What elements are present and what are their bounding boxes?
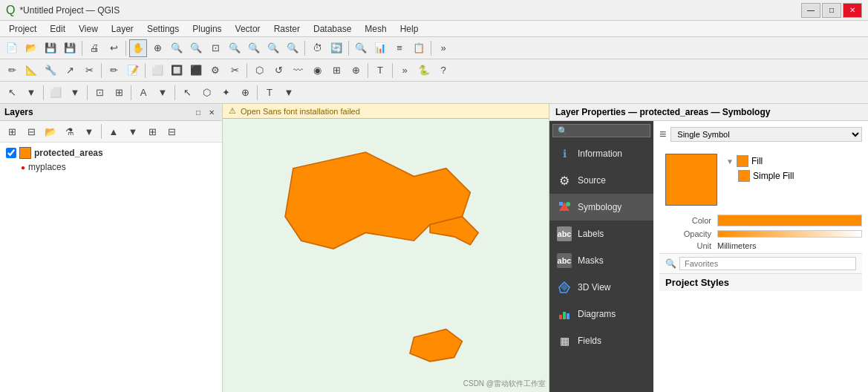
close-button[interactable]: ✕ — [843, 3, 862, 18]
menu-item-source[interactable]: ⚙ Source — [549, 167, 653, 194]
down-button[interactable]: ▼ — [124, 122, 142, 140]
more-button[interactable]: » — [434, 39, 452, 57]
menu-item-symbology[interactable]: Symbology — [549, 194, 653, 220]
menu-item-diagrams[interactable]: Diagrams — [549, 301, 653, 327]
label-btn2[interactable]: ▼ — [154, 84, 172, 102]
more2-button[interactable]: » — [396, 62, 414, 79]
menu-plugins[interactable]: Plugins — [186, 22, 227, 36]
filter-button[interactable]: ⚗ — [61, 122, 79, 140]
refresh-button[interactable]: 🔄 — [327, 39, 345, 57]
layer-item-myplaces[interactable]: ● myplaces — [18, 160, 219, 174]
pan-map-button[interactable]: ⊕ — [149, 39, 166, 57]
feature-button[interactable]: ⬜ — [47, 84, 65, 102]
menu-item-fields[interactable]: ▦ Fields — [549, 327, 653, 354]
attr-table-button[interactable]: ≡ — [391, 39, 408, 57]
menu-vector[interactable]: Vector — [229, 22, 267, 36]
layer-item-protected[interactable]: protected_areas — [3, 146, 219, 160]
save-button[interactable]: 💾 — [42, 39, 59, 57]
tools-button[interactable]: 📋 — [410, 39, 428, 57]
maximize-button[interactable]: □ — [822, 3, 841, 18]
menu-view[interactable]: View — [73, 22, 104, 36]
menu-item-information[interactable]: ℹ Information — [549, 140, 653, 167]
python-button[interactable]: 🐍 — [415, 62, 433, 79]
rotate-button[interactable]: ↺ — [270, 62, 287, 79]
zoom-last-button[interactable]: 🔍 — [264, 39, 282, 57]
opacity-slider[interactable] — [717, 230, 862, 238]
symbol-swatch[interactable] — [665, 154, 717, 206]
stats-button[interactable]: 📊 — [371, 39, 389, 57]
menu-item-masks[interactable]: abc Masks — [549, 247, 653, 274]
menu-raster[interactable]: Raster — [268, 22, 306, 36]
text2-button[interactable]: ▼ — [280, 84, 298, 102]
edit7-button[interactable]: 📝 — [124, 62, 142, 79]
edit6-button[interactable]: ✏ — [105, 62, 123, 79]
edit2-button[interactable]: 📐 — [22, 62, 40, 79]
zoom-next-button[interactable]: 🔍 — [284, 39, 301, 57]
node-button[interactable]: ⬡ — [250, 62, 268, 79]
menu-help[interactable]: Help — [394, 22, 425, 36]
label2-button[interactable]: A — [134, 84, 152, 102]
collapse-button[interactable]: ⊟ — [163, 122, 180, 140]
add-part-button[interactable]: ⊞ — [327, 62, 345, 79]
edit11-button[interactable]: ⚙ — [206, 62, 224, 79]
layers-collapse-button[interactable]: □ — [192, 106, 204, 118]
color-value-bar[interactable] — [717, 215, 862, 226]
remove-layer-button[interactable]: ⊟ — [22, 122, 40, 140]
symbol-type-select[interactable]: Single Symbol — [670, 127, 862, 142]
edit3-button[interactable]: 🔧 — [42, 62, 59, 79]
menu-settings[interactable]: Settings — [141, 22, 185, 36]
fill-ring-button[interactable]: ⊕ — [347, 62, 365, 79]
pan-button[interactable]: ✋ — [129, 39, 147, 57]
print-button[interactable]: 🖨 — [85, 39, 103, 57]
menu-item-labels[interactable]: abc Labels — [549, 220, 653, 247]
select2-button[interactable]: ▼ — [22, 84, 40, 102]
menu-item-3dview[interactable]: 3D View — [549, 274, 653, 301]
add-ring-button[interactable]: ◉ — [308, 62, 326, 79]
digitize-button[interactable]: ✏ — [3, 62, 21, 79]
zoom-in-button[interactable]: 🔍 — [168, 39, 186, 57]
polygon-button[interactable]: ⬡ — [198, 84, 215, 102]
undo-button[interactable]: ↩ — [105, 39, 123, 57]
menu-edit[interactable]: Edit — [44, 22, 71, 36]
save-as-button[interactable]: 💾 — [61, 39, 79, 57]
expand-button[interactable]: ⊞ — [143, 122, 161, 140]
feature2-button[interactable]: ▼ — [66, 84, 84, 102]
select-button[interactable]: ↖ — [3, 84, 21, 102]
favorites-search-input[interactable] — [679, 257, 856, 270]
edit5-button[interactable]: ✂ — [80, 62, 98, 79]
annotation-button[interactable]: T — [371, 62, 389, 79]
menu-mesh[interactable]: Mesh — [359, 22, 392, 36]
props-search-input[interactable] — [552, 124, 650, 137]
deselect-button[interactable]: ⊡ — [91, 84, 108, 102]
open-layer-button[interactable]: 📂 — [42, 122, 59, 140]
up-button[interactable]: ▲ — [105, 122, 123, 140]
new-project-button[interactable]: 📄 — [3, 39, 21, 57]
edit12-button[interactable]: ✂ — [226, 62, 244, 79]
identify-button[interactable]: ⏱ — [308, 39, 326, 57]
menu-database[interactable]: Database — [307, 22, 357, 36]
invert-button[interactable]: ⊞ — [110, 84, 128, 102]
text-button[interactable]: T — [261, 84, 278, 102]
layers-close-button[interactable]: ✕ — [206, 106, 218, 118]
zoom-out-button[interactable]: 🔍 — [187, 39, 205, 57]
menu-layer[interactable]: Layer — [105, 22, 140, 36]
add-layer-button[interactable]: ⊞ — [3, 122, 21, 140]
help-button[interactable]: ? — [434, 62, 452, 79]
minimize-button[interactable]: — — [801, 3, 820, 18]
radius-button[interactable]: ⊕ — [236, 84, 254, 102]
layer-checkbox-protected[interactable] — [6, 148, 16, 158]
locate-button[interactable]: 🔍 — [352, 39, 370, 57]
simplify-button[interactable]: 〰 — [289, 62, 307, 79]
filter2-button[interactable]: ▼ — [80, 122, 98, 140]
map-canvas[interactable]: ⚠ Open Sans font installation failed CSD… — [223, 104, 549, 392]
edit10-button[interactable]: ⬛ — [187, 62, 205, 79]
cursor-button[interactable]: ↖ — [178, 84, 196, 102]
zoom-native-button[interactable]: 🔍 — [245, 39, 263, 57]
open-button[interactable]: 📂 — [22, 39, 40, 57]
zoom-layer-button[interactable]: 🔍 — [226, 39, 244, 57]
edit8-button[interactable]: ⬜ — [149, 62, 166, 79]
edit9-button[interactable]: 🔲 — [168, 62, 186, 79]
zoom-extent-button[interactable]: ⊡ — [206, 39, 224, 57]
menu-project[interactable]: Project — [3, 22, 42, 36]
freehand-button[interactable]: ✦ — [217, 84, 235, 102]
